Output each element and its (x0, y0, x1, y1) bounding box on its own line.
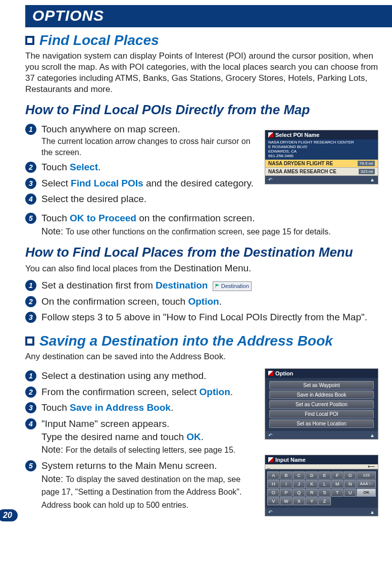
subheading-find-from-map: How to Find Local POIs Directly from the… (25, 102, 381, 118)
sub-intro: You can also find local places from the … (25, 262, 381, 275)
step-text: Select (41, 178, 71, 188)
highlight-option: Option (188, 296, 219, 307)
step-4: 4 Select the desired place. (25, 193, 258, 206)
option-item: Set as Home Location (269, 419, 374, 428)
step-text: Touch anywhere on map screen. (41, 124, 180, 134)
key: Z (318, 497, 330, 505)
step-subtext: The current location arrow changes to cr… (41, 136, 258, 158)
key: C (293, 471, 305, 479)
step-text: Set a destination first from (41, 280, 156, 291)
key-accents: ÀÁÂ´/ : (357, 480, 376, 488)
up-icon: ▲ (370, 509, 375, 515)
step-2: 2 On the confirmation screen, touch Opti… (25, 295, 381, 308)
key: E (318, 471, 330, 479)
option-item: Find Local POI (269, 410, 374, 418)
key: Q (293, 489, 305, 497)
step-text: From the confirmation screen, select (41, 387, 200, 397)
highlight-destination: Destination (156, 280, 208, 291)
step-3: 3 Select Find Local POIs and the desired… (25, 177, 258, 190)
step-number-icon: 1 (25, 370, 36, 381)
section-bullet-icon (25, 336, 34, 346)
key: B (280, 471, 292, 479)
flag-icon (268, 457, 273, 462)
key: T (331, 489, 344, 497)
step-text: Select the desired place. (41, 193, 258, 206)
key: D (306, 471, 318, 479)
note-text: To use other functions on the confirmati… (66, 227, 331, 236)
key: V (267, 497, 279, 505)
step-5: 5 System returns to the Main Menu screen… (25, 459, 257, 511)
step-3: 3 Touch Save in Address Book. (25, 401, 257, 414)
section-intro: The navigation system can display Points… (25, 51, 381, 95)
key: M (331, 480, 344, 488)
step-number-icon: 5 (25, 460, 36, 471)
step-text: Select a destination using any method. (41, 369, 257, 382)
section-find-local-places: Find Local Places (25, 32, 381, 49)
step-number-icon: 4 (25, 418, 36, 429)
option-item: Set as Current Position (269, 400, 374, 409)
step-3: 3 Follow steps 3 to 5 above in "How to F… (25, 311, 381, 324)
step-5: 5 Touch OK to Proceed on the confirmatio… (25, 212, 381, 237)
flag-icon (268, 132, 273, 137)
step-2: 2 Touch Select. (25, 161, 258, 174)
step-1: 1 Select a destination using any method. (25, 369, 257, 382)
key: K (306, 480, 318, 488)
highlight-find-local-pois: Find Local POIs (71, 178, 143, 188)
key: J (293, 480, 305, 488)
up-icon: ▲ (370, 432, 375, 438)
note-text: For the details of selecting letters, se… (66, 446, 235, 454)
step-number-icon: 3 (25, 312, 36, 323)
section-intro: Any destination can be saved into the Ad… (25, 351, 381, 362)
key: F (331, 471, 344, 479)
option-item: Set as Waypoint (269, 381, 374, 390)
note-label: Note: (41, 474, 66, 484)
highlight-select: Select (70, 162, 98, 172)
step-text: Touch (41, 162, 70, 172)
highlight-save-in-address-book: Save in Address Book (70, 402, 171, 413)
key: L (318, 480, 330, 488)
step-2: 2 From the confirmation screen, select O… (25, 386, 257, 399)
back-icon: ↶ (268, 177, 272, 182)
step-1: 1 Touch anywhere on map screen. The curr… (25, 123, 258, 158)
key: O (267, 489, 279, 497)
key: A (267, 471, 279, 479)
step-number-icon: 1 (25, 280, 36, 291)
step-number-icon: 3 (25, 402, 36, 413)
screenshot-option-menu: Option Set as Waypoint Save in Address B… (265, 368, 378, 440)
key: I (280, 480, 292, 488)
section-saving-destination: Saving a Destination into the Address Bo… (25, 333, 381, 349)
key: G (344, 471, 356, 479)
screenshot-select-poi: Select POI Name NASA DRYDEN FLIGHT RESEA… (265, 130, 378, 184)
section-title: Saving a Destination into the Address Bo… (39, 333, 333, 349)
step-number-icon: 4 (25, 194, 36, 205)
highlight-ok: OK (186, 431, 201, 442)
page-number: 20 (0, 509, 18, 521)
step-4: 4 "Input Name" screen appears. Type the … (25, 417, 257, 456)
key: X (293, 497, 305, 505)
step-text: Follow steps 3 to 5 above in "How to Fin… (41, 311, 381, 324)
key: W (280, 497, 292, 505)
note-text: To display the saved destination on the … (41, 475, 241, 509)
key: U (344, 489, 356, 497)
key: Y (306, 497, 318, 505)
note-label: Note: (41, 226, 66, 236)
key-ok: OK (357, 489, 376, 497)
back-icon: ↶ (268, 509, 272, 515)
highlight-ok-proceed: OK to Proceed (70, 213, 136, 223)
subheading-find-from-destination: How to Find Local Places from the Destin… (25, 245, 381, 260)
up-icon: ▲ (370, 177, 375, 182)
step-number-icon: 1 (25, 124, 36, 135)
key: N (344, 480, 356, 488)
section-title: Find Local Places (39, 32, 159, 49)
step-text: "Input Name" screen appears. (41, 418, 169, 429)
destination-button-icon: Destination (213, 281, 252, 291)
poi-row: NASA DRYDEN FLIGHT RE79.5 mi (265, 160, 378, 168)
step-1: 1 Set a destination first from Destinati… (25, 279, 381, 292)
key: R (306, 489, 318, 497)
back-icon: ↶ (268, 432, 272, 438)
poi-row: NASA AMES RESEARCH CE323 mi (265, 168, 378, 176)
step-number-icon: 2 (25, 162, 36, 173)
screenshot-input-name: Input Name _ ⟵ A B C D E F G 123 (265, 455, 378, 516)
step-number-icon: 2 (25, 387, 36, 398)
note-label: Note: (41, 445, 66, 455)
